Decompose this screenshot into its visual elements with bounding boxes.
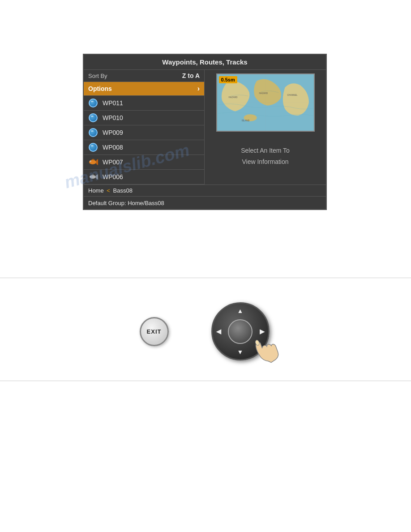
exit-button-label: EXIT xyxy=(147,328,162,335)
exit-button[interactable]: EXIT xyxy=(140,317,169,346)
globe-icon xyxy=(89,99,98,107)
fish-small-icon xyxy=(88,173,98,180)
right-column: HAZARD HAZARD CHANNEL ISLAND 0.5sm Selec… xyxy=(205,70,326,184)
rocker-down-arrow[interactable]: ▼ xyxy=(237,348,244,356)
sort-by-row: Sort By Z to A xyxy=(84,70,204,82)
waypoint-name-wp011: WP011 xyxy=(103,99,123,107)
controls-section: EXIT ▲ ▼ ◀ ▶ xyxy=(0,284,411,378)
waypoint-name-wp006: WP006 xyxy=(103,173,123,180)
panel-body: Sort By Z to A Options › WP011 xyxy=(84,70,326,184)
waypoint-item[interactable]: WP010 xyxy=(84,111,204,125)
waypoint-name-wp009: WP009 xyxy=(103,129,123,136)
svg-text:HAZARD: HAZARD xyxy=(259,92,268,94)
waypoint-name-wp008: WP008 xyxy=(103,144,123,151)
select-item-text: Select An Item To View Information xyxy=(241,145,290,167)
options-label: Options xyxy=(88,85,112,92)
page-container: manualslib.com Waypoints, Routes, Tracks… xyxy=(0,0,411,532)
waypoint-item[interactable]: WP006 xyxy=(84,170,204,184)
waypoint-item[interactable]: WP007 xyxy=(84,155,204,170)
fish-icon xyxy=(88,159,98,166)
left-column: Sort By Z to A Options › WP011 xyxy=(84,70,205,184)
sort-by-label: Sort By xyxy=(88,73,107,79)
rocker-control-container: ▲ ▼ ◀ ▶ xyxy=(209,300,272,363)
breadcrumb-group: Bass08 xyxy=(113,187,133,194)
map-thumbnail: HAZARD HAZARD CHANNEL ISLAND 0.5sm xyxy=(216,73,315,132)
gps-panel-wrapper: Waypoints, Routes, Tracks Sort By Z to A… xyxy=(83,54,327,210)
divider-bottom xyxy=(0,381,411,381)
waypoint-icon-wp011 xyxy=(88,98,98,108)
sort-by-value: Z to A xyxy=(182,72,200,79)
options-row[interactable]: Options › xyxy=(84,82,204,96)
map-scale-badge: 0.5sm xyxy=(219,76,237,83)
waypoint-item[interactable]: WP011 xyxy=(84,96,204,111)
breadcrumb-row: Home < Bass08 xyxy=(84,184,326,196)
breadcrumb-separator: < xyxy=(107,187,111,194)
exit-button-container: EXIT xyxy=(140,317,169,346)
svg-text:ISLAND: ISLAND xyxy=(241,120,249,122)
default-group-label: Default Group: Home/Bass08 xyxy=(88,200,164,206)
svg-point-3 xyxy=(90,161,90,161)
svg-text:HAZARD: HAZARD xyxy=(228,96,237,99)
waypoint-icon-wp009 xyxy=(88,128,98,137)
waypoint-item[interactable]: WP009 xyxy=(84,125,204,140)
default-group-row: Default Group: Home/Bass08 xyxy=(84,196,326,209)
breadcrumb: Home < Bass08 xyxy=(88,187,133,194)
gps-panel: Waypoints, Routes, Tracks Sort By Z to A… xyxy=(83,54,327,210)
panel-title: Waypoints, Routes, Tracks xyxy=(84,55,326,70)
svg-point-19 xyxy=(254,339,260,346)
globe-icon xyxy=(89,128,98,137)
divider-top xyxy=(0,278,411,278)
globe-icon xyxy=(89,143,98,152)
waypoint-icon-wp007 xyxy=(88,157,98,167)
waypoint-icon-wp010 xyxy=(88,113,98,123)
rocker-up-arrow[interactable]: ▲ xyxy=(237,307,244,314)
options-arrow-icon: › xyxy=(197,85,200,93)
waypoint-item[interactable]: WP008 xyxy=(84,140,204,155)
waypoint-icon-wp006 xyxy=(88,172,98,182)
waypoint-name-wp007: WP007 xyxy=(103,159,123,166)
svg-marker-1 xyxy=(96,159,98,165)
waypoint-icon-wp008 xyxy=(88,142,98,152)
rocker-left-arrow[interactable]: ◀ xyxy=(216,328,221,335)
svg-point-7 xyxy=(90,176,90,176)
breadcrumb-home: Home xyxy=(88,187,104,194)
globe-icon xyxy=(89,113,98,122)
svg-point-0 xyxy=(89,160,96,164)
waypoint-name-wp010: WP010 xyxy=(103,114,123,121)
svg-marker-5 xyxy=(96,174,98,180)
svg-text:CHANNEL: CHANNEL xyxy=(287,94,297,96)
